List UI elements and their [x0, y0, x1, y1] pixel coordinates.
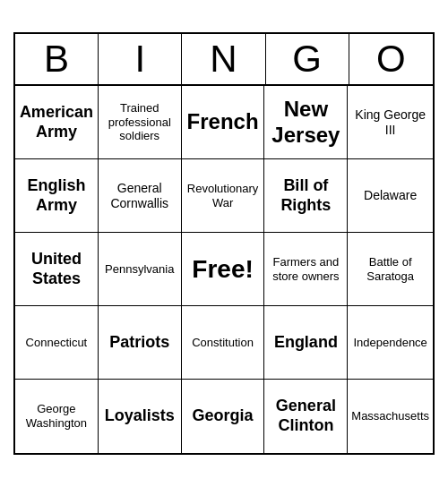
bingo-cell: English Army	[15, 159, 99, 233]
bingo-cell: Bill of Rights	[264, 159, 348, 233]
bingo-grid: American ArmyTrained professional soldie…	[15, 86, 433, 453]
bingo-cell: Constitution	[182, 306, 265, 380]
bingo-cell: England	[264, 306, 348, 380]
bingo-cell: George Washington	[15, 380, 99, 453]
header-letter: I	[99, 34, 182, 84]
bingo-cell: Farmers and store owners	[264, 233, 348, 306]
bingo-cell: King George III	[348, 86, 433, 159]
bingo-cell: Battle of Saratoga	[348, 233, 433, 306]
bingo-cell: Revolutionary War	[182, 159, 265, 233]
bingo-cell: Patriots	[99, 306, 182, 380]
bingo-cell: Massachusetts	[348, 380, 433, 453]
header-letter: N	[182, 34, 265, 84]
bingo-cell: Trained professional soldiers	[99, 86, 182, 159]
bingo-cell: Connecticut	[15, 306, 99, 380]
bingo-card: BINGO American ArmyTrained professional …	[13, 32, 435, 455]
bingo-header: BINGO	[15, 34, 433, 86]
bingo-cell: General Clinton	[264, 380, 348, 453]
bingo-cell: Georgia	[182, 380, 265, 453]
bingo-cell: French	[182, 86, 265, 159]
bingo-cell: United States	[15, 233, 99, 306]
bingo-cell: General Cornwallis	[99, 159, 182, 233]
bingo-cell: Pennsylvania	[99, 233, 182, 306]
header-letter: G	[266, 34, 349, 84]
bingo-cell: Delaware	[348, 159, 433, 233]
header-letter: B	[15, 34, 99, 84]
bingo-cell: Loyalists	[99, 380, 182, 453]
bingo-cell: Independence	[348, 306, 433, 380]
bingo-cell: New Jersey	[264, 86, 348, 159]
header-letter: O	[349, 34, 433, 84]
bingo-cell: American Army	[15, 86, 99, 159]
bingo-cell: Free!	[182, 233, 265, 306]
